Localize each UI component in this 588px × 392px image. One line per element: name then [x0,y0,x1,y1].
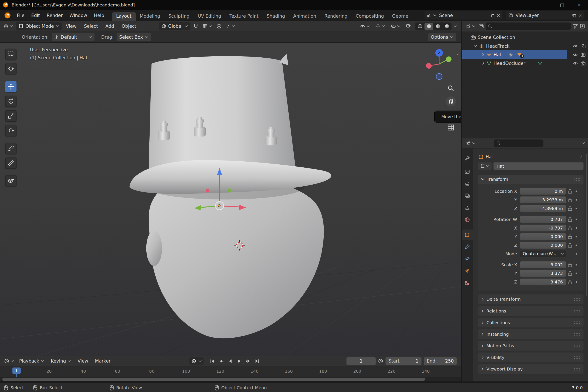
tab-geometry-nodes[interactable]: Geome [388,12,412,21]
outliner-editor-type-button[interactable] [465,22,477,30]
object-visibility-dropdown[interactable] [358,22,372,30]
gizmos-dropdown[interactable] [374,22,387,30]
tab-world[interactable] [462,214,473,225]
auto-keying-button[interactable] [189,358,204,365]
rotation-z-field[interactable]: 0.000 [520,242,566,248]
menu-playback[interactable]: Playback [16,356,48,366]
viewport-3d[interactable]: User Perspective (1) Scene Collection | … [0,43,461,356]
tab-render[interactable] [462,166,473,177]
menu-view[interactable]: View [62,21,80,32]
tab-rendering[interactable]: Rendering [320,12,352,21]
unlink-scene-icon[interactable]: × [496,13,500,18]
properties-editor-type-button[interactable] [465,139,477,147]
camera-icon[interactable] [580,44,586,48]
location-z-field[interactable]: 4.8989 m [520,205,566,212]
pin-icon[interactable] [578,154,584,159]
maximize-button[interactable]: □ [554,0,570,10]
menu-select[interactable]: Select [80,21,101,32]
tool-move-button[interactable] [5,81,16,92]
panel-grip-handle[interactable] [574,178,580,181]
lock-icon[interactable] [566,279,574,284]
lock-icon[interactable] [566,197,574,202]
panel-grip-handle[interactable] [574,298,580,301]
camera-icon[interactable] [580,52,586,57]
previous-keyframe-button[interactable] [217,358,225,365]
gizmo-plane-handle-green[interactable] [228,188,231,192]
snap-settings-dropdown[interactable] [201,22,214,30]
eye-icon[interactable] [572,52,578,57]
properties-filter-chevron-icon[interactable] [582,142,585,144]
move-view-button[interactable] [446,96,456,106]
lock-icon[interactable] [566,262,574,267]
scrollbar-thumb[interactable] [2,378,425,380]
tool-scale-button[interactable] [5,110,16,122]
shading-material-button[interactable] [434,23,442,30]
menu-edit[interactable]: Edit [28,10,43,21]
tab-animation[interactable]: Animation [289,12,320,21]
drag-dropdown[interactable]: Select Box [117,33,151,41]
lock-icon[interactable] [566,242,574,248]
new-collection-icon[interactable] [580,24,585,29]
panel-grip-handle[interactable] [574,344,580,348]
tool-cursor-button[interactable] [5,63,16,74]
jump-to-end-button[interactable] [253,358,261,365]
rotation-x-field[interactable]: -0.707 [520,224,566,231]
shading-solid-button[interactable] [424,23,433,30]
tab-physics[interactable] [462,254,473,264]
camera-view-button[interactable] [448,124,454,132]
tab-object-properties[interactable] [462,230,473,240]
panel-collapse-arrow-icon[interactable]: ‹ [457,51,459,57]
orientation-default-dropdown[interactable]: Default [52,33,94,41]
section-relations[interactable]: Relations [478,306,584,316]
snap-toggle[interactable] [191,22,200,30]
gizmo-y-arrow[interactable] [194,205,201,210]
orientation-dropdown[interactable]: Global [159,22,190,30]
location-x-field[interactable]: 0 m [520,188,566,194]
tab-layout[interactable]: Layout [112,12,136,21]
options-dropdown[interactable]: Options [428,33,456,41]
tab-uv-editing[interactable]: UV Editing [194,12,226,21]
gizmo-plane-handle-red[interactable] [206,189,209,192]
animate-dot[interactable] [574,236,578,237]
rotation-w-field[interactable]: 0.707 [520,216,566,222]
outliner-search-input[interactable] [486,22,571,30]
animate-dot[interactable] [574,218,578,220]
new-viewlayer-icon[interactable] [572,13,576,18]
jump-to-start-button[interactable] [208,358,216,365]
camera-icon[interactable] [580,60,586,66]
new-scene-icon[interactable] [490,13,494,18]
editor-type-button[interactable] [2,22,15,30]
end-frame-field[interactable]: End 250 [424,358,457,365]
animate-dot[interactable] [574,253,578,254]
axis-y-ball[interactable] [446,56,452,62]
scale-x-field[interactable]: 3.002 [520,261,566,268]
tab-tool[interactable] [462,153,473,164]
animate-dot[interactable] [574,281,578,282]
xray-toggle[interactable] [404,22,413,30]
viewlayer-selector[interactable]: ViewLayer × [506,11,584,19]
outliner-row-headoccluder[interactable]: HeadOccluder [462,59,588,68]
tab-shading[interactable]: Shading [262,12,289,21]
eye-icon[interactable] [572,60,578,66]
outliner-row-headtrack[interactable]: HeadTrack [462,42,588,50]
location-y-field[interactable]: 3.2933 m [520,196,566,203]
id-type-dropdown[interactable] [478,162,492,170]
menu-window[interactable]: Window [66,10,90,21]
lock-icon[interactable] [566,234,574,239]
menu-help[interactable]: Help [90,10,108,21]
lock-icon[interactable] [566,188,574,194]
transform-panel-header[interactable]: Transform [478,175,584,184]
animate-dot[interactable] [574,199,578,200]
section-instancing[interactable]: Instancing [478,329,584,339]
rotation-y-field[interactable]: 0.000 [520,233,566,240]
display-mode-icon[interactable] [478,24,484,29]
tab-compositing[interactable]: Compositing [352,12,388,21]
menu-view-timeline[interactable]: View [74,356,92,366]
filter-funnel-icon[interactable] [572,24,578,29]
eye-icon[interactable] [572,44,578,48]
timeline-editor-type-button[interactable] [2,357,16,365]
lock-icon[interactable] [566,217,574,222]
panel-grip-handle[interactable] [574,332,580,336]
properties-search-input[interactable] [494,140,543,147]
move-gizmo[interactable] [180,161,262,214]
